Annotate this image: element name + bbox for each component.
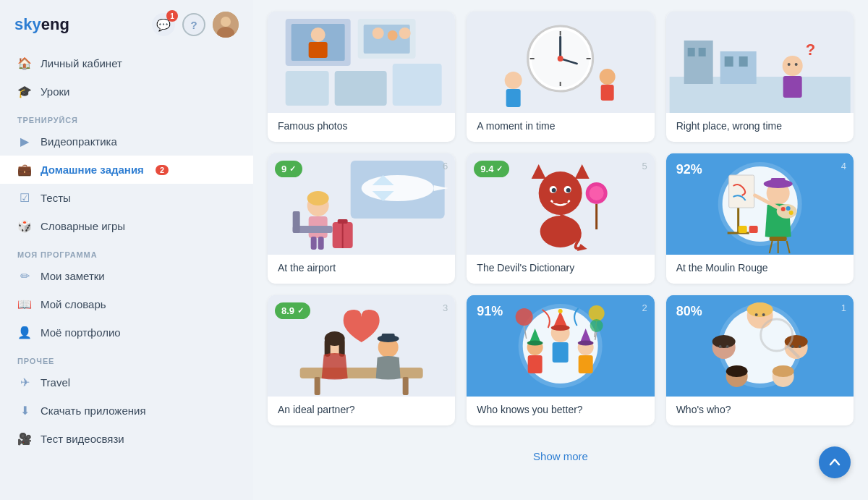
avatar[interactable] (213, 12, 239, 38)
card-title-airport: At the airport (278, 262, 445, 274)
sidebar-item-wordgames[interactable]: 🎲 Словарные игры (0, 212, 253, 240)
card-score-whoswho: 80% (676, 304, 702, 319)
scroll-up-button[interactable] (819, 446, 851, 478)
card-body-partner: An ideal partner? (268, 397, 455, 425)
svg-point-84 (780, 207, 785, 211)
svg-point-65 (552, 188, 556, 192)
sidebar-item-portfolio[interactable]: 👤 Моё портфолио (0, 318, 253, 347)
card-whos-who[interactable]: 80% 1 Who's who? (666, 295, 854, 425)
chat-button[interactable]: 💬 1 (152, 13, 175, 36)
homework-icon: 💼 (17, 163, 32, 177)
svg-rect-34 (698, 48, 705, 56)
videotest-icon: 🎥 (17, 432, 32, 446)
svg-point-122 (589, 305, 605, 321)
section-label-other: ПРОЧЕЕ (0, 347, 253, 368)
header-icons: 💬 1 ? (152, 12, 239, 38)
card-airport[interactable]: 9 ✓ 6 At the airport (268, 153, 455, 284)
sidebar-item-lessons[interactable]: 🎓 Уроки (0, 77, 253, 106)
homework-badge: 2 (156, 165, 169, 175)
download-icon: ⬇ (17, 404, 32, 418)
sidebar-item-videotest[interactable]: 🎥 Тест видеосвязи (0, 425, 253, 453)
checkmark-icon-partner: ✓ (297, 306, 304, 315)
card-moulin-rouge[interactable]: 92% 4 At the Moulin Rouge (666, 153, 854, 284)
sidebar-item-travel[interactable]: ✈ Travel (0, 368, 253, 397)
card-body-famous-photos: Famous photos (268, 113, 455, 142)
help-button[interactable]: ? (182, 13, 205, 36)
svg-point-41 (794, 63, 797, 66)
notes-icon: ✏ (17, 269, 32, 283)
svg-rect-52 (311, 237, 317, 250)
svg-point-124 (590, 319, 603, 332)
sidebar-item-notes[interactable]: ✏ Мои заметки (0, 262, 253, 290)
sidebar-item-tests[interactable]: ☑ Тесты (0, 184, 253, 212)
svg-point-141 (754, 313, 757, 316)
cards-grid: Famous photos (268, 12, 854, 433)
card-image-partner: 8.9 ✓ 3 (268, 295, 455, 397)
svg-point-130 (746, 302, 773, 317)
card-image-whoswho: 80% 1 (666, 295, 854, 397)
svg-rect-115 (528, 355, 542, 373)
svg-rect-67 (553, 199, 568, 203)
sidebar-item-homework-label: Домашние задания (41, 164, 144, 176)
svg-rect-96 (403, 377, 409, 395)
sidebar-item-lessons-label: Уроки (41, 85, 69, 98)
arrow-up-icon (827, 455, 842, 470)
svg-rect-29 (601, 85, 614, 101)
svg-rect-53 (318, 237, 324, 250)
sidebar-item-download[interactable]: ⬇ Скачать приложения (0, 397, 253, 425)
svg-rect-81 (770, 178, 785, 187)
svg-point-45 (362, 175, 434, 201)
svg-point-28 (600, 69, 616, 85)
card-devil-dictionary[interactable]: 9.4 ✓ 5 The Devil's Dictionary (467, 153, 654, 284)
svg-point-40 (787, 63, 790, 66)
svg-rect-94 (300, 368, 423, 378)
svg-rect-14 (335, 71, 387, 106)
logo-eng: eng (41, 15, 69, 33)
card-image-famous-photos (268, 12, 455, 113)
svg-point-69 (540, 216, 581, 247)
svg-rect-35 (720, 51, 756, 84)
svg-point-136 (726, 365, 747, 377)
sidebar-item-videopractice[interactable]: ▶ Видеопрактика (0, 127, 253, 156)
svg-point-62 (539, 171, 582, 215)
show-more-button[interactable]: Show more (519, 446, 603, 467)
svg-rect-95 (315, 377, 320, 395)
svg-rect-13 (286, 71, 329, 106)
checkmark-icon: ✓ (289, 164, 296, 174)
card-image-right-place: ? (666, 12, 854, 113)
card-score-airport: 9 ✓ (275, 161, 302, 177)
main-content: Famous photos (253, 0, 868, 500)
card-number-whoswho: 1 (841, 302, 846, 313)
svg-point-38 (782, 56, 802, 76)
sidebar-item-download-label: Скачать приложения (41, 404, 146, 417)
sidebar-item-dictionary[interactable]: 📖 Мой словарь (0, 290, 253, 318)
card-body-right-place: Right place, wrong time (666, 113, 854, 142)
help-label: ? (190, 19, 197, 31)
card-moment-in-time[interactable]: A moment in time (467, 12, 654, 142)
sidebar: skyeng 💬 1 ? 🏠 Личный кабине (0, 0, 253, 500)
sidebar-item-cabinet[interactable]: 🏠 Личный кабинет (0, 49, 253, 77)
svg-point-21 (558, 56, 563, 62)
svg-point-143 (718, 345, 721, 348)
svg-point-145 (791, 345, 793, 348)
svg-point-6 (311, 27, 326, 42)
svg-rect-36 (724, 56, 733, 67)
svg-point-110 (558, 309, 563, 313)
svg-point-142 (762, 313, 765, 316)
svg-point-114 (527, 341, 543, 346)
sidebar-item-homework[interactable]: 💼 Домашние задания 2 (0, 156, 253, 184)
card-famous-photos[interactable]: Famous photos (268, 12, 455, 142)
card-right-place[interactable]: ? Right place, wrong time (666, 12, 854, 142)
svg-point-109 (551, 325, 570, 331)
svg-point-120 (516, 308, 533, 326)
dictionary-icon: 📖 (17, 297, 32, 311)
svg-point-83 (776, 204, 796, 219)
card-title-moment: A moment in time (477, 120, 644, 132)
video-icon: ▶ (17, 135, 32, 148)
show-more-section: Show more (268, 433, 854, 470)
card-title-famous-photos: Famous photos (278, 120, 445, 132)
card-ideal-partner[interactable]: 8.9 ✓ 3 An ideal partner? (268, 295, 455, 425)
card-who-knows[interactable]: 91% 2 Who knows you better? (467, 295, 654, 425)
svg-point-50 (307, 191, 329, 205)
card-body-airport: At the airport (268, 255, 455, 284)
